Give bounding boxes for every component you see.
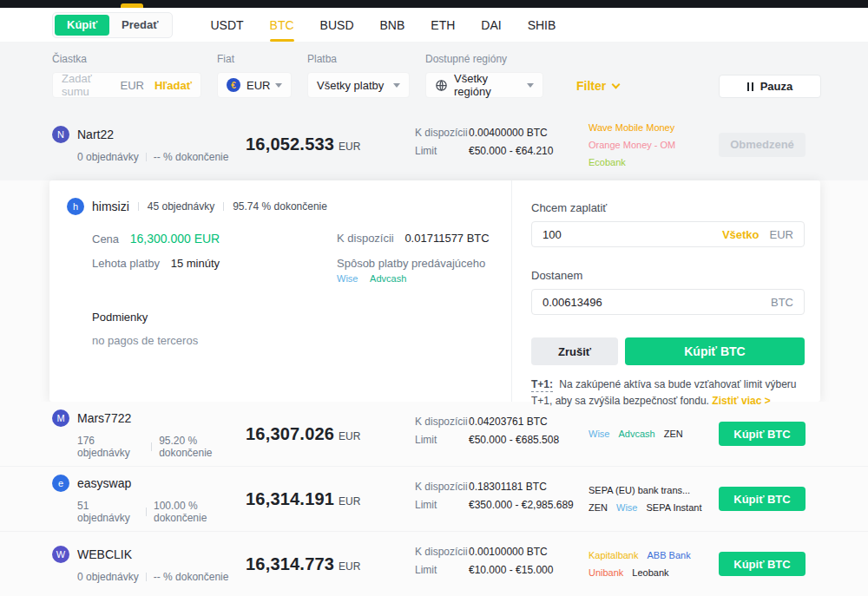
payment-time-label: Lehota platby <box>92 257 160 270</box>
pay-label: Chcem zaplatiť <box>531 201 805 214</box>
region-label: Dostupné regióny <box>425 53 543 65</box>
tab-shib[interactable]: SHIB <box>515 8 569 42</box>
payment-method: ZEN <box>589 499 608 516</box>
receive-value: 0.00613496 <box>542 296 771 309</box>
price-currency: EUR <box>339 495 360 508</box>
divider <box>138 202 139 211</box>
t1-badge: T+1: <box>531 378 553 392</box>
orders-count: 0 objednávky <box>77 151 139 163</box>
sell-tab[interactable]: Predať <box>109 15 170 36</box>
price-value: 16,314.191 <box>246 489 334 509</box>
filter-bar: Čiastka Zadať sumu EUR Hľadať Fiat € EUR… <box>0 42 868 108</box>
trader-cell: e easyswap 51 objednávky 100.00 % dokonč… <box>52 475 246 524</box>
t1-note: T+1: Na zakúpené aktíva sa bude vzťahova… <box>531 377 805 409</box>
pause-label: Pauza <box>760 80 793 93</box>
buy-btc-button[interactable]: Kúpiť BTC <box>719 422 806 446</box>
available-label: K dispozícii <box>415 546 469 558</box>
buy-btc-button[interactable]: Kúpiť BTC <box>625 337 805 365</box>
payment-time-line: Lehota platby 15 minúty <box>92 257 337 287</box>
globe-icon <box>435 79 448 92</box>
orders-count: 45 objednávky <box>148 200 214 213</box>
tab-usdt[interactable]: USDT <box>197 8 256 42</box>
search-button[interactable]: Hľadať <box>155 79 192 92</box>
region-filter-group: Dostupné regióny Všetky regióny <box>425 53 543 98</box>
payment-method: SEPA Instant <box>646 499 701 516</box>
terms-text: no pagos de terceros <box>92 334 511 347</box>
action-cell: Obmedzené <box>719 133 806 157</box>
pay-input[interactable]: 100 Všetko EUR <box>531 221 805 247</box>
learn-more-link[interactable]: Zistiť viac > <box>712 395 770 407</box>
divider <box>151 442 152 451</box>
available-value: 0.00100000 BTC <box>469 546 548 558</box>
payment-label: Platba <box>307 53 410 65</box>
available-label: K dispozícii <box>415 481 469 493</box>
fiat-select[interactable]: € EUR <box>217 72 292 98</box>
offer-row: e easyswap 51 objednávky 100.00 % dokonč… <box>0 467 868 532</box>
price-value: 16,052.533 <box>246 134 334 154</box>
buy-btc-button[interactable]: Kúpiť BTC <box>719 487 806 511</box>
limit-value: €50.000 - €685.508 <box>469 434 559 446</box>
price-label: Cena <box>92 233 119 246</box>
trader-cell: M Mars7722 176 objednávky 95.20 % dokonč… <box>52 409 246 459</box>
trader-name[interactable]: easyswap <box>77 476 131 490</box>
payment-methods-cell: Wise Advcash ZEN <box>589 425 719 442</box>
buy-tab[interactable]: Kúpiť <box>55 15 109 36</box>
payment-method: Ecobank <box>589 154 626 171</box>
terms-title: Podmienky <box>92 311 511 324</box>
trader-name[interactable]: WEBCLIK <box>77 547 132 561</box>
tab-busd[interactable]: BUSD <box>307 8 367 42</box>
trader-name[interactable]: Mars7722 <box>77 411 131 425</box>
fiat-filter-group: Fiat € EUR <box>217 53 292 98</box>
price-cell: 16,052.533 EUR <box>246 134 415 154</box>
region-select[interactable]: Všetky regióny <box>425 72 543 98</box>
avatar: e <box>52 475 69 492</box>
payment-method: SEPA (EU) bank trans... <box>589 481 690 499</box>
payment-select[interactable]: Všetky platby <box>307 72 410 98</box>
buy-sell-toggle: Kúpiť Predať <box>52 12 173 38</box>
payment-methods-cell: Wave Mobile Money Orange Money - OM Ecob… <box>589 119 719 171</box>
price-value: 16,307.026 <box>246 424 334 444</box>
payment-methods-cell: Kapitalbank ABB Bank Unibank Leobank <box>589 547 719 581</box>
price-cell: 16,314.773 EUR <box>246 554 415 574</box>
price-value: 16,314.773 <box>246 554 334 574</box>
available-value: 0.18301181 BTC <box>469 481 547 493</box>
available-label: K dispozícii <box>415 127 469 139</box>
amount-placeholder: Zadať sumu <box>62 72 121 98</box>
tab-dai[interactable]: DAI <box>468 8 514 42</box>
price-currency: EUR <box>339 141 360 153</box>
amount-filter-group: Čiastka Zadať sumu EUR Hľadať <box>52 53 201 98</box>
filter-dropdown[interactable]: Filter <box>576 79 619 93</box>
cancel-button[interactable]: Zrušiť <box>531 337 618 365</box>
payment-methods-cell: SEPA (EU) bank trans... ZEN Wise SEPA In… <box>589 481 719 516</box>
buy-btc-button[interactable]: Kúpiť BTC <box>719 552 806 576</box>
amount-currency: EUR <box>121 79 144 92</box>
trader-name[interactable]: himsizi <box>92 200 129 213</box>
receive-input[interactable]: 0.00613496 BTC <box>531 289 805 315</box>
limited-button[interactable]: Obmedzené <box>719 133 806 157</box>
tab-btc[interactable]: BTC <box>257 8 307 42</box>
payment-method: Wise <box>337 273 358 284</box>
payment-filter-group: Platba Všetky platby <box>307 53 410 98</box>
seller-payment-label: Spôsob platby predávajúceho <box>337 257 485 270</box>
orders-count: 51 objednávky <box>77 500 139 524</box>
available-line: K dispozícii 0.01711577 BTC <box>337 232 511 246</box>
price-currency: EUR <box>339 430 360 442</box>
trader-name[interactable]: Nart22 <box>77 128 114 141</box>
pause-button[interactable]: Pauza <box>719 75 821 98</box>
divider <box>146 508 147 516</box>
limit-value: €10.000 - €15.000 <box>469 564 553 576</box>
tab-eth[interactable]: ETH <box>418 8 468 42</box>
divider <box>146 573 147 581</box>
fiat-value: EUR <box>247 79 270 92</box>
all-button[interactable]: Všetko <box>722 228 760 241</box>
payment-time-value: 15 minúty <box>171 257 220 270</box>
amount-input[interactable]: Zadať sumu EUR Hľadať <box>52 72 201 98</box>
payment-method: Kapitalbank <box>589 547 639 564</box>
filter-label: Filter <box>576 79 606 93</box>
payment-method: ABB Bank <box>648 547 691 564</box>
divider <box>146 153 147 161</box>
action-cell: Kúpiť BTC <box>719 422 806 446</box>
pause-icon <box>747 82 753 91</box>
tab-bnb[interactable]: BNB <box>367 8 418 42</box>
avatar: N <box>52 126 69 143</box>
